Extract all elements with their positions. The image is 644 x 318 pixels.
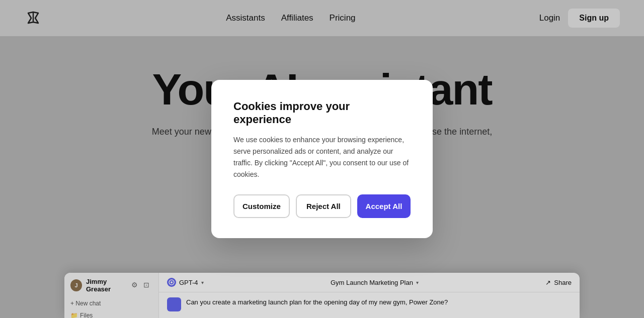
reject-all-button[interactable]: Reject All bbox=[296, 194, 351, 218]
cookie-modal: Cookies improve your experience We use c… bbox=[211, 80, 433, 238]
modal-overlay: Cookies improve your experience We use c… bbox=[0, 0, 644, 318]
modal-actions: Customize Reject All Accept All bbox=[233, 194, 411, 218]
accept-all-button[interactable]: Accept All bbox=[357, 194, 411, 218]
modal-body: We use cookies to enhance your browsing … bbox=[233, 134, 411, 180]
modal-title: Cookies improve your experience bbox=[233, 100, 411, 126]
customize-button[interactable]: Customize bbox=[233, 194, 290, 218]
